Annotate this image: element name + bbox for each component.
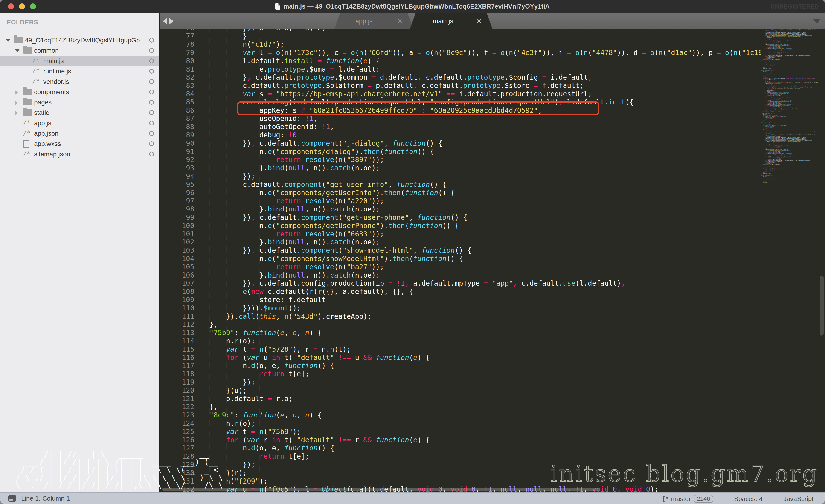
title-group: main.js — 49_O1cqT14ZB8zyDwt8QgslYLBgupG…	[0, 0, 825, 13]
sidebar-item-components[interactable]: components	[0, 87, 159, 97]
tree-item-label: sitemap.json	[34, 151, 70, 158]
tree-item-label: app.wxss	[34, 140, 61, 148]
unregistered-label: UNREGISTERED	[770, 3, 819, 10]
close-folder-icon[interactable]	[149, 90, 154, 94]
code-line-123: 123"8c9c": function(e, o, n) {	[160, 411, 761, 419]
code-line-84: 84 var s = "https://bp-emsp-api.chargerh…	[160, 90, 761, 98]
code-line-105: 105 return resolve(n("ba27"));	[160, 263, 761, 271]
file-icon	[23, 140, 29, 148]
line-number: 125	[162, 428, 194, 436]
code-line-90: 90 }), c.default.component("j-dialog", f…	[160, 139, 761, 148]
line-number: 103	[162, 246, 194, 255]
tab-label: main.js	[433, 17, 453, 25]
code-line-101: 101 return resolve(n("6633"));	[160, 230, 761, 238]
status-icon[interactable]	[8, 495, 16, 502]
code-area[interactable]: 76 }), o = e[o] = n, e)77 }78 n("c1d7");…	[160, 29, 761, 493]
code-line-130: 130 }(r);	[160, 469, 761, 477]
line-number: 101	[162, 230, 194, 238]
close-icon[interactable]: ✕	[476, 18, 481, 25]
close-folder-icon[interactable]	[149, 131, 154, 136]
code-line-115: 115 var t = n("5728"), r = n.n(t);	[160, 345, 761, 353]
folder-icon	[23, 99, 32, 105]
sidebar-item-app-wxss[interactable]: app.wxss	[0, 139, 159, 149]
line-number: 126	[162, 436, 194, 444]
code-line-80: 80 l.default.install = function(e) {	[160, 57, 761, 65]
chevron-right-icon[interactable]	[15, 100, 18, 105]
line-number: 86	[162, 106, 194, 114]
line-number: 102	[162, 238, 194, 246]
js-file-icon: /*	[23, 150, 30, 157]
code-line-81: 81 e.prototype.$uma = l.default;	[160, 65, 761, 73]
tab-overflow-icon[interactable]	[813, 19, 821, 23]
language-mode[interactable]: JavaScript	[783, 495, 814, 503]
close-icon[interactable]: ✕	[397, 18, 402, 25]
tree-item-label: 49_O1cqT14ZB8zyDwt8QgslYLBgupGbwWbnLToq6…	[25, 36, 140, 44]
code-line-77: 77 }	[160, 32, 761, 40]
git-branch-icon	[662, 496, 668, 502]
sidebar-item-pages[interactable]: pages	[0, 97, 159, 107]
line-number: 98	[162, 205, 194, 213]
vertical-scrollbar-thumb[interactable]	[820, 276, 824, 336]
chevron-right-icon[interactable]	[15, 111, 18, 116]
sidebar-item-app-js[interactable]: /*app.js	[0, 118, 159, 128]
line-number: 128	[162, 452, 194, 460]
js-file-icon: /*	[23, 119, 30, 126]
code-line-100: 100 n.e("components/getUserPhone").then(…	[160, 222, 761, 230]
line-number: 85	[162, 98, 194, 106]
line-number: 130	[162, 469, 194, 477]
status-bar: Line 1, Column 1 master 2146 Spaces: 4 J…	[0, 493, 825, 504]
code-line-96: 96 n.e("components/getUserInfo").then(fu…	[160, 189, 761, 197]
chevron-down-icon[interactable]	[5, 39, 11, 42]
chevron-down-icon[interactable]	[15, 49, 20, 52]
line-number: 77	[162, 32, 194, 40]
close-folder-icon[interactable]	[149, 110, 154, 115]
sidebar-item-static[interactable]: static	[0, 107, 159, 117]
close-folder-icon[interactable]	[149, 59, 154, 63]
line-number: 96	[162, 189, 194, 197]
cursor-position-label: Line 1, Column 1	[21, 495, 70, 502]
indentation-setting[interactable]: Spaces: 4	[734, 495, 763, 503]
close-folder-icon[interactable]	[149, 120, 154, 125]
close-folder-icon[interactable]	[149, 38, 154, 43]
sidebar-item-main-js[interactable]: /*main.js	[0, 56, 159, 66]
sidebar-item-app-json[interactable]: /*app.json	[0, 128, 159, 138]
sidebar-item-49-o1cqt14zb8zydwt8qgslylbgupgbwwbnltoq6e2xbr7evihvni7yoyy1tia[interactable]: 49_O1cqT14ZB8zyDwt8QgslYLBgupGbwWbnLToq6…	[0, 35, 159, 45]
line-number: 100	[162, 222, 194, 230]
code-line-94: 94 });	[160, 172, 761, 180]
line-number: 108	[162, 287, 194, 296]
history-forward-icon[interactable]	[169, 18, 173, 24]
line-number: 109	[162, 296, 194, 304]
tree-item-label: pages	[34, 99, 52, 106]
git-branch-indicator[interactable]: master 2146	[662, 495, 713, 503]
close-folder-icon[interactable]	[149, 100, 154, 105]
history-back-icon[interactable]	[163, 18, 167, 24]
sidebar-item-runtime-js[interactable]: /*runtime.js	[0, 66, 159, 76]
chevron-right-icon[interactable]	[15, 90, 18, 95]
horizontal-scrollbar-thumb[interactable]	[162, 488, 599, 491]
tab-label: app.js	[356, 17, 373, 25]
minimap[interactable]: }), o = e[o] = n, e) } n("c1d7"); var l …	[761, 27, 818, 183]
sidebar-item-common[interactable]: common	[0, 45, 159, 56]
line-number: 119	[162, 378, 194, 387]
code-line-122: 122},	[160, 403, 761, 411]
line-number: 127	[162, 444, 194, 452]
close-folder-icon[interactable]	[149, 69, 154, 74]
line-number: 110	[162, 304, 194, 312]
code-line-116: 116 for (var u in t) "default" !== u && …	[160, 353, 761, 362]
tab-main-js[interactable]: main.js ✕	[410, 13, 493, 29]
sidebar: FOLDERS 49_O1cqT14ZB8zyDwt8QgslYLBgupGbw…	[0, 13, 159, 493]
line-number: 90	[162, 139, 194, 148]
line-number: 97	[162, 197, 194, 205]
close-folder-icon[interactable]	[149, 79, 154, 84]
branch-count-badge: 2146	[693, 495, 714, 503]
close-folder-icon[interactable]	[149, 141, 154, 146]
close-folder-icon[interactable]	[149, 152, 154, 157]
line-number: 95	[162, 180, 194, 189]
code-line-112: 112},	[160, 320, 761, 329]
sidebar-item-sitemap-json[interactable]: /*sitemap.json	[0, 149, 159, 159]
tab-app-js[interactable]: app.js ✕	[334, 13, 414, 29]
tree-item-label: common	[34, 47, 59, 54]
sidebar-item-vendor-js[interactable]: /*vendor.js	[0, 76, 159, 87]
close-folder-icon[interactable]	[149, 48, 154, 53]
code-line-125: 125 var t = n("75b9");	[160, 428, 761, 436]
